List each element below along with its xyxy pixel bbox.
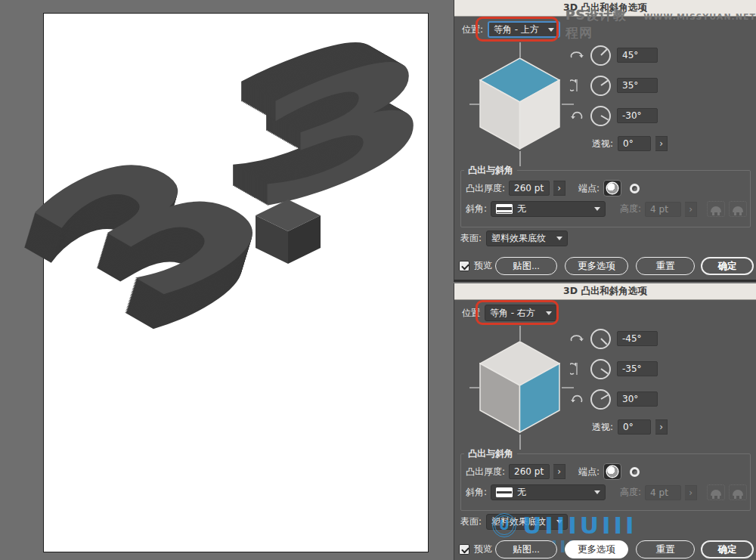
preview-checkbox[interactable] [459, 261, 469, 271]
rotate-z-axis-icon [569, 393, 584, 405]
rotate-x-axis-icon [569, 49, 584, 61]
extruded-period-cube[interactable] [255, 198, 321, 265]
rotate-y-axis-icon [569, 363, 584, 375]
depth-input[interactable]: 260 pt [509, 181, 550, 196]
rotate-z-dial[interactable] [590, 106, 611, 126]
rotate-z-axis-icon [569, 110, 584, 122]
chevron-down-icon [594, 490, 600, 494]
annotation-highlight-box [476, 300, 559, 325]
bevel-none-icon [496, 487, 513, 497]
cap-hollow-button[interactable] [625, 180, 643, 196]
bevel-extent-in-icon [733, 490, 743, 496]
orientation-cube-preview[interactable] [469, 324, 575, 451]
axis-line [469, 104, 479, 105]
bevel-extent-out-icon [711, 490, 721, 496]
more-options-button[interactable]: 更多选项 [565, 257, 628, 275]
rotate-x-axis-icon [569, 333, 584, 345]
bevel-extent-in-button [729, 484, 747, 500]
watermark-url: WWW.MISSYUAN.NET [643, 12, 756, 22]
dialog-3d-extrude-bevel-top: 3D 凸出和斜角选项 位置: 等角 - 上方 [454, 0, 756, 282]
document-canvas: 3 3 [0, 0, 454, 560]
dial-needle [600, 338, 607, 345]
height-input: 4 pt [645, 202, 681, 217]
ok-button[interactable]: 确定 [701, 540, 754, 558]
group-title: 凸出与斜角 [464, 447, 517, 460]
perspective-stepper[interactable] [655, 136, 668, 151]
dial-needle [600, 368, 608, 374]
group-title: 凸出与斜角 [464, 164, 517, 177]
chevron-down-icon [556, 237, 562, 240]
perspective-input[interactable]: 0° [618, 136, 651, 151]
dialog-titlebar[interactable]: 3D 凸出和斜角选项 [454, 283, 756, 300]
u-circle-logo-icon: U [492, 513, 516, 537]
bevel-value: 无 [517, 203, 526, 215]
rotate-z-input[interactable]: 30° [617, 391, 658, 407]
axis-line [469, 387, 479, 388]
axis-line [519, 151, 521, 166]
dial-needle [600, 394, 609, 400]
extrude-bevel-group: 凸出与斜角 凸出厚度: 260 pt 端点: 斜角: 无 高度: 4 pt [460, 453, 751, 511]
cap-hollow-button[interactable] [625, 463, 643, 480]
cap-solid-button[interactable] [603, 463, 621, 480]
orientation-cube[interactable] [479, 57, 560, 150]
watermark-missyuan: PS设计教程网 WWW.MISSYUAN.NET [565, 7, 756, 42]
more-options-button[interactable]: 更多选项 [565, 540, 628, 558]
bevel-label: 斜角: [466, 486, 487, 499]
ok-button[interactable]: 确定 [701, 257, 754, 275]
preview-label: 预览 [474, 259, 492, 272]
rotate-x-dial[interactable] [590, 329, 611, 349]
caps-label: 端点: [578, 182, 600, 195]
dial-needle [600, 49, 607, 56]
rotate-x-input[interactable]: -45° [617, 331, 658, 346]
depth-label: 凸出厚度: [466, 182, 505, 195]
rotate-y-axis-icon [569, 79, 584, 91]
map-art-button[interactable]: 贴图... [495, 540, 557, 558]
chevron-down-icon [594, 207, 600, 211]
perspective-label: 透视: [592, 421, 613, 434]
depth-stepper[interactable] [553, 181, 565, 196]
rotate-z-dial[interactable] [590, 389, 611, 410]
depth-label: 凸出厚度: [466, 466, 505, 478]
dialog-3d-extrude-bevel-right: 3D 凸出和斜角选项 位置 等角 - 右方 [454, 283, 756, 560]
depth-stepper[interactable] [553, 464, 565, 479]
reset-button[interactable]: 重置 [636, 540, 695, 558]
rotate-y-input[interactable]: -35° [617, 361, 658, 376]
cap-solid-button[interactable] [603, 180, 621, 196]
bevel-extent-in-icon [733, 206, 743, 212]
preview-checkbox[interactable] [459, 544, 469, 555]
rotate-y-dial[interactable] [590, 359, 611, 379]
cap-solid-icon [607, 466, 618, 477]
axis-line [519, 42, 521, 57]
surface-label: 表面: [460, 515, 482, 528]
bevel-select[interactable]: 无 [491, 201, 606, 217]
cap-hollow-icon [630, 184, 640, 193]
depth-input[interactable]: 260 pt [509, 464, 550, 479]
reset-button[interactable]: 重置 [636, 257, 695, 275]
rotate-z-input[interactable]: -30° [617, 108, 658, 123]
dialog-title: 3D 凸出和斜角选项 [563, 285, 647, 298]
rotate-x-dial[interactable] [590, 45, 611, 66]
height-label: 高度: [620, 486, 641, 499]
height-stepper [685, 485, 697, 500]
rotate-y-input[interactable]: 35° [617, 78, 658, 93]
surface-select[interactable]: 塑料效果底纹 [486, 230, 568, 246]
bevel-select[interactable]: 无 [491, 484, 606, 500]
perspective-stepper[interactable] [655, 419, 668, 435]
bevel-none-icon [496, 204, 513, 214]
cap-solid-icon [607, 183, 618, 193]
perspective-input[interactable]: 0° [618, 419, 651, 435]
map-art-button[interactable]: 贴图... [495, 257, 557, 275]
cap-hollow-icon [630, 467, 640, 477]
surface-value: 塑料效果底纹 [491, 232, 546, 245]
rotate-x-input[interactable]: 45° [617, 48, 658, 63]
watermark-uiiiuiii: U UIIIUIII [492, 512, 637, 539]
orientation-cube-preview[interactable] [469, 41, 575, 168]
bevel-extent-out-button [707, 201, 725, 217]
height-input: 4 pt [645, 485, 681, 500]
axis-line [519, 435, 521, 450]
rotate-y-dial[interactable] [590, 76, 611, 96]
perspective-label: 透视: [592, 138, 613, 150]
orientation-cube[interactable] [479, 341, 560, 433]
bevel-extent-out-icon [711, 206, 721, 212]
bevel-extent-in-button [729, 201, 747, 217]
